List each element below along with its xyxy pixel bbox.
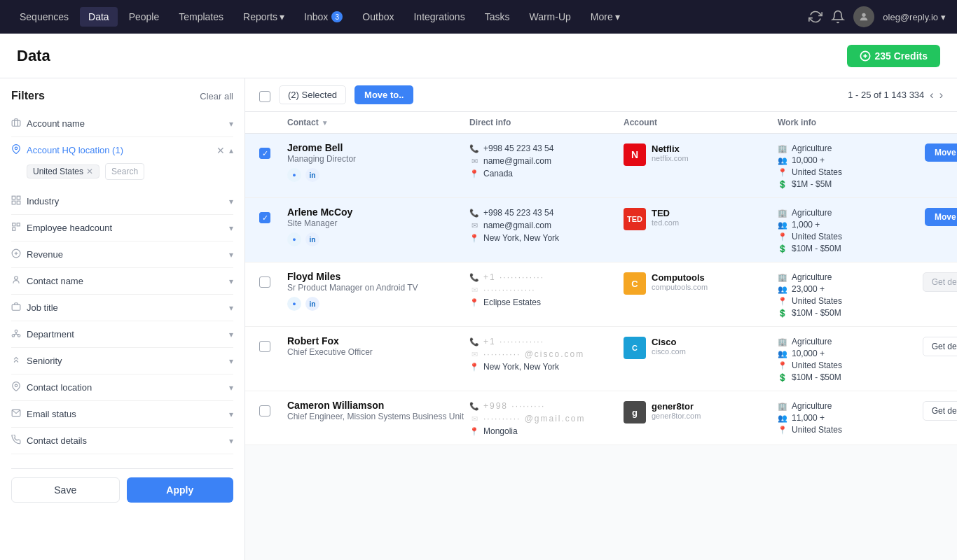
- direct-info-3: 📞 +1 ············ ✉ ·········· @cisco.co…: [469, 335, 624, 372]
- row-actions-0: Move to..: [904, 142, 957, 162]
- main-toolbar: (2) Selected Move to.. 1 - 25 of 1 143 3…: [245, 78, 957, 112]
- linkedin-icon-2[interactable]: in: [305, 297, 319, 311]
- contact-cell-0: Jerome Bell Managing Director ● in: [287, 142, 469, 182]
- linkedin-icon-1[interactable]: in: [305, 232, 319, 246]
- svg-point-0: [862, 13, 866, 17]
- reply-social-icon-2[interactable]: ●: [287, 297, 301, 311]
- row-checkbox-3[interactable]: [259, 341, 270, 352]
- contact-title-2: Sr Product Manager on Android TV: [287, 283, 469, 293]
- filter-seniority[interactable]: Seniority ▾: [11, 348, 233, 374]
- linkedin-icon-0[interactable]: in: [305, 168, 319, 182]
- filter-industry[interactable]: Industry ▾: [11, 188, 233, 215]
- chevron-down-icon: ▾: [229, 436, 233, 446]
- svg-rect-17: [12, 304, 20, 310]
- contact-name-4: Cameron Williamson: [287, 400, 469, 411]
- remove-us-tag[interactable]: ✕: [86, 167, 93, 176]
- user-avatar[interactable]: [853, 6, 874, 27]
- filter-account-name[interactable]: Account name ▾: [11, 111, 233, 137]
- chevron-down-icon: ▾: [229, 330, 233, 340]
- nav-templates[interactable]: Templates: [170, 7, 232, 27]
- bell-icon[interactable]: [831, 10, 845, 24]
- filter-employee-headcount[interactable]: Employee headcount ▾: [11, 215, 233, 241]
- direct-info-2: 📞 +1 ············ ✉ ·············· 📍 Ecl…: [469, 271, 624, 307]
- reply-social-icon-0[interactable]: ●: [287, 168, 301, 182]
- account-name-0: Netflix: [652, 144, 689, 154]
- location-work-icon: 📍: [778, 297, 787, 306]
- filter-seniority-label: Seniority: [27, 356, 62, 366]
- revenue-icon-row: 💲: [778, 373, 787, 382]
- filter-email-status[interactable]: Email status ▾: [11, 401, 233, 428]
- pagination-next[interactable]: ›: [939, 89, 943, 102]
- filter-revenue[interactable]: Revenue ▾: [11, 241, 233, 268]
- work-info-1: 🏢 Agriculture 👥 1,000 + 📍 United States …: [778, 206, 904, 253]
- row-checkbox-4[interactable]: [259, 405, 270, 416]
- sort-contact-icon[interactable]: ▼: [322, 119, 329, 127]
- chevron-down-icon: ▾: [229, 250, 233, 260]
- chevron-down-icon: ▾: [615, 11, 620, 22]
- account-logo-0: N: [624, 144, 646, 166]
- nav-data[interactable]: Data: [80, 7, 118, 27]
- account-domain-0: netflix.com: [652, 154, 689, 162]
- reply-social-icon-1[interactable]: ●: [287, 232, 301, 246]
- move-to-row-button-1[interactable]: Move to..: [925, 208, 957, 226]
- refresh-icon[interactable]: [808, 10, 822, 24]
- svg-rect-4: [12, 120, 20, 126]
- apply-button[interactable]: Apply: [127, 477, 234, 503]
- move-to-row-button-0[interactable]: Move to..: [925, 144, 957, 162]
- pagination-prev[interactable]: ‹: [930, 89, 933, 102]
- move-to-button[interactable]: Move to..: [354, 85, 413, 104]
- nav-integrations[interactable]: Integrations: [405, 7, 473, 27]
- location-search-inline[interactable]: Search: [105, 163, 144, 180]
- pagination: 1 - 25 of 1 143 334 ‹ ›: [848, 89, 943, 102]
- nav-reports[interactable]: Reports ▾: [235, 7, 293, 27]
- clear-all-button[interactable]: Clear all: [200, 91, 233, 102]
- nav-sequences[interactable]: Sequences: [11, 7, 77, 27]
- row-actions-3: Get details: [904, 335, 957, 356]
- location-icon: 📍: [469, 298, 479, 307]
- chevron-up-icon: ▴: [229, 146, 233, 155]
- nav-warm-up[interactable]: Warm-Up: [521, 7, 579, 27]
- save-button[interactable]: Save: [11, 477, 120, 503]
- blurred-email-3: ·········· @cisco.com: [483, 349, 584, 359]
- row-checkbox-2[interactable]: [259, 276, 270, 288]
- svg-point-24: [15, 384, 18, 387]
- filter-job-title[interactable]: Job title ▾: [11, 295, 233, 321]
- clear-location-button[interactable]: ✕: [216, 145, 225, 156]
- filters-title: Filters: [11, 90, 45, 102]
- nav-inbox[interactable]: Inbox 3: [296, 7, 351, 27]
- inbox-badge: 3: [331, 11, 343, 22]
- filter-contact-name-label: Contact name: [27, 276, 83, 286]
- get-details-button-3[interactable]: Get details: [923, 337, 957, 356]
- contact-person-icon: [11, 275, 21, 287]
- nav-outbox[interactable]: Outbox: [354, 7, 402, 27]
- get-details-button-2[interactable]: Get details: [923, 272, 957, 292]
- filter-contact-name[interactable]: Contact name ▾: [11, 268, 233, 295]
- location-tag-us: United States ✕: [27, 164, 99, 178]
- filter-department-label: Department: [27, 329, 74, 340]
- account-cell-2: C Computools computools.com: [624, 271, 778, 295]
- filter-revenue-label: Revenue: [27, 249, 63, 260]
- selected-count-badge[interactable]: (2) Selected: [279, 85, 346, 104]
- get-details-button-4[interactable]: Get details: [923, 401, 957, 421]
- user-menu[interactable]: oleg@reply.io ▾: [883, 12, 946, 22]
- filter-account-hq-location[interactable]: Account HQ location (1) ✕ ▴: [11, 137, 233, 158]
- phone-icon: 📞: [469, 273, 479, 282]
- nav-tasks[interactable]: Tasks: [476, 7, 518, 27]
- filter-contact-details-label: Contact details: [27, 435, 87, 446]
- account-domain-1: ted.com: [652, 218, 679, 227]
- email-icon: ✉: [469, 414, 479, 424]
- select-all-checkbox[interactable]: [259, 91, 270, 102]
- credits-button[interactable]: 235 Credits: [847, 45, 940, 67]
- filter-contact-details[interactable]: Contact details ▾: [11, 428, 233, 454]
- nav-more[interactable]: More ▾: [582, 7, 628, 27]
- email-icon: ✉: [469, 350, 479, 359]
- filter-contact-location[interactable]: Contact location ▾: [11, 374, 233, 401]
- row-checkbox-1[interactable]: ✓: [259, 212, 270, 223]
- nav-people[interactable]: People: [121, 7, 168, 27]
- account-cell-1: TED TED ted.com: [624, 206, 778, 230]
- row-checkbox-0[interactable]: ✓: [259, 148, 270, 159]
- headcount-icon: [11, 222, 21, 234]
- col-work-info: Work info: [778, 118, 904, 127]
- filter-department[interactable]: Department ▾: [11, 321, 233, 348]
- job-title-icon: [11, 302, 21, 314]
